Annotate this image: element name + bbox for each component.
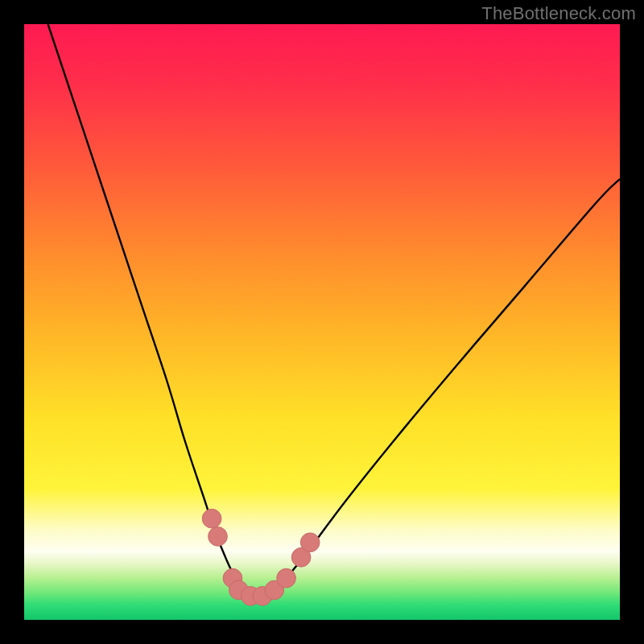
- highlight-marker: [208, 527, 228, 547]
- plot-area: [24, 24, 620, 620]
- highlight-marker: [202, 509, 221, 528]
- chart-svg: [24, 24, 620, 620]
- highlight-marker: [300, 533, 320, 552]
- highlight-marker: [277, 568, 296, 588]
- chart-stage: TheBottleneck.com: [0, 0, 644, 644]
- watermark-text: TheBottleneck.com: [481, 3, 636, 24]
- gradient-background: [24, 24, 620, 620]
